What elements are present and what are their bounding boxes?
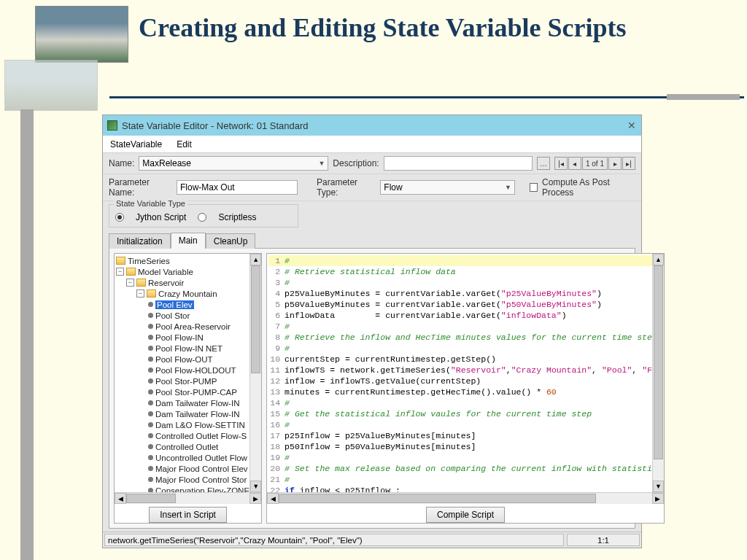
tree-item-label: Pool Flow-HOLDOUT	[155, 366, 236, 375]
compile-script-button[interactable]: Compile Script	[426, 507, 505, 523]
description-label: Description:	[333, 158, 379, 168]
code-line[interactable]: 9#	[268, 343, 652, 354]
code-hscrollbar[interactable]: ◀ ▶	[267, 492, 664, 504]
tree-item[interactable]: Uncontrolled Outlet Flow	[116, 452, 249, 463]
tab-cleanup[interactable]: CleanUp	[206, 233, 256, 249]
tree-item[interactable]: Reservoir	[116, 277, 249, 288]
tree-item[interactable]: Dam Tailwater Flow-IN	[116, 397, 249, 408]
code-line[interactable]: 5p50ValueByMinutes = currentVariable.var…	[268, 299, 652, 310]
line-number: 11	[268, 365, 285, 376]
nav-first-button[interactable]: |◂	[554, 157, 568, 170]
tree-item[interactable]: Pool Elev	[116, 299, 249, 310]
tree-hscrollbar[interactable]: ◀ ▶	[115, 492, 261, 504]
tree-item-label: Pool Flow-OUT	[155, 355, 213, 364]
tree-item[interactable]: Controlled Outlet Flow-S	[116, 430, 249, 441]
code-text: # Get the statistical inflow vaules for …	[285, 408, 592, 419]
code-line[interactable]: 6inflowData = currentVariable.varGet("in…	[268, 310, 652, 321]
tree-item[interactable]: Pool Area-Reservoir	[116, 321, 249, 332]
scroll-left-icon[interactable]: ◀	[267, 493, 279, 504]
name-combo[interactable]: MaxRelease ▼	[139, 156, 328, 171]
tree[interactable]: TimeSeriesModel VariableReservoirCrazy M…	[115, 254, 249, 492]
code-line[interactable]: 10currentStep = currentRuntimestep.getSt…	[268, 354, 652, 365]
code-line[interactable]: 4p25ValueByMinutes = currentVariable.var…	[268, 288, 652, 299]
code-line[interactable]: 15# Get the statistical inflow vaules fo…	[268, 408, 652, 419]
description-browse-button[interactable]: …	[537, 157, 550, 170]
bullet-icon	[148, 477, 153, 482]
code-line[interactable]: 16#	[268, 419, 652, 430]
nav-prev-button[interactable]: ◂	[568, 157, 581, 170]
tree-item[interactable]: Pool Flow-IN NET	[116, 343, 249, 354]
radio-jython[interactable]	[115, 213, 124, 222]
scroll-right-icon[interactable]: ▶	[652, 493, 664, 504]
code-line[interactable]: 21#	[268, 474, 652, 485]
scroll-thumb[interactable]	[654, 265, 663, 459]
tree-item[interactable]: Major Flood Control Elev	[116, 463, 249, 474]
scroll-down-icon[interactable]: ▼	[653, 481, 664, 492]
bullet-icon	[148, 335, 153, 340]
tree-item[interactable]: Dam Tailwater Flow-IN	[116, 408, 249, 419]
code-line[interactable]: 14#	[268, 397, 652, 408]
code-line[interactable]: 12inflow = inflowTS.getValue(currentStep…	[268, 376, 652, 386]
app-icon	[107, 120, 117, 131]
tab-main[interactable]: Main	[171, 233, 206, 249]
tree-item[interactable]: Major Flood Control Stor	[116, 474, 249, 485]
collapse-icon[interactable]	[126, 279, 134, 287]
scroll-left-icon[interactable]: ◀	[115, 493, 126, 504]
code-editor[interactable]: 1#2# Retrieve statistical inflow data3#4…	[267, 254, 652, 492]
code-line[interactable]: 2# Retrieve statistical inflow data	[268, 266, 652, 277]
tree-item[interactable]: Crazy Mountain	[116, 288, 249, 299]
menu-edit[interactable]: Edit	[174, 138, 195, 151]
tree-item[interactable]: Pool Stor-PUMP	[116, 376, 249, 386]
param-type-combo[interactable]: Flow ▼	[380, 180, 514, 195]
tree-item[interactable]: Conservation Elev-ZONE	[116, 485, 249, 492]
name-combo-value: MaxRelease	[142, 158, 191, 168]
scroll-up-icon[interactable]: ▲	[653, 254, 664, 265]
code-vscrollbar[interactable]: ▲ ▼	[652, 254, 664, 492]
code-line[interactable]: 22if inflow < p25Inflow :	[268, 485, 652, 492]
param-name-input[interactable]	[177, 180, 298, 195]
compute-post-checkbox[interactable]	[530, 183, 538, 192]
close-icon[interactable]: ✕	[627, 120, 637, 131]
code-line[interactable]: 19#	[268, 452, 652, 463]
code-line[interactable]: 3#	[268, 277, 652, 288]
tab-initialization[interactable]: Initialization	[109, 233, 171, 249]
scroll-thumb[interactable]	[279, 494, 596, 503]
nav-last-button[interactable]: ▸|	[622, 157, 635, 170]
code-line[interactable]: 8# Retrieve the inflow and HecTime minut…	[268, 332, 652, 343]
nav-next-button[interactable]: ▸	[608, 157, 622, 170]
tree-item[interactable]: Pool Stor	[116, 310, 249, 321]
tree-item[interactable]: Model Variable	[116, 266, 249, 277]
tree-item[interactable]: Pool Flow-HOLDOUT	[116, 365, 249, 376]
tree-item[interactable]: Pool Stor-PUMP-CAP	[116, 386, 249, 397]
scroll-thumb[interactable]	[251, 265, 260, 373]
code-line[interactable]: 11inflowTS = network.getTimeSeries("Rese…	[268, 365, 652, 376]
tree-item[interactable]: TimeSeries	[116, 255, 249, 266]
code-line[interactable]: 18p50Inflow = p50ValueByMinutes[minutes]	[268, 441, 652, 452]
tree-item-label: Pool Stor	[155, 311, 190, 320]
radio-scriptless-label: Scriptless	[218, 212, 256, 222]
code-line[interactable]: 7#	[268, 321, 652, 332]
menu-state-variable[interactable]: StateVariable	[107, 138, 165, 151]
code-line[interactable]: 20# Set the max release based on compari…	[268, 463, 652, 474]
tree-item[interactable]: Controlled Outlet	[116, 441, 249, 452]
scroll-up-icon[interactable]: ▲	[250, 254, 261, 265]
collapse-icon[interactable]	[116, 268, 124, 276]
scroll-right-icon[interactable]: ▶	[249, 493, 261, 504]
tree-item[interactable]: Pool Flow-IN	[116, 332, 249, 343]
code-line[interactable]: 17p25Inflow = p25ValueByMinutes[minutes]	[268, 430, 652, 441]
tree-item[interactable]: Pool Flow-OUT	[116, 354, 249, 365]
tree-item-label: Pool Area-Reservoir	[155, 322, 231, 331]
code-line[interactable]: 13minutes = currentRuntimestep.getHecTim…	[268, 386, 652, 397]
radio-scriptless[interactable]	[198, 213, 206, 222]
scroll-thumb[interactable]	[126, 494, 176, 503]
tree-item-label: Model Variable	[138, 268, 193, 276]
titlebar[interactable]: State Variable Editor - Network: 01 Stan…	[103, 115, 641, 136]
tree-vscrollbar[interactable]: ▲ ▼	[249, 254, 261, 492]
scroll-down-icon[interactable]: ▼	[250, 481, 261, 492]
code-line[interactable]: 1#	[268, 255, 652, 266]
collapse-icon[interactable]	[136, 289, 144, 298]
code-text: #	[285, 419, 290, 430]
description-input[interactable]	[384, 156, 533, 171]
insert-in-script-button[interactable]: Insert in Script	[149, 507, 227, 523]
tree-item[interactable]: Dam L&O Flow-SETTIN	[116, 419, 249, 430]
